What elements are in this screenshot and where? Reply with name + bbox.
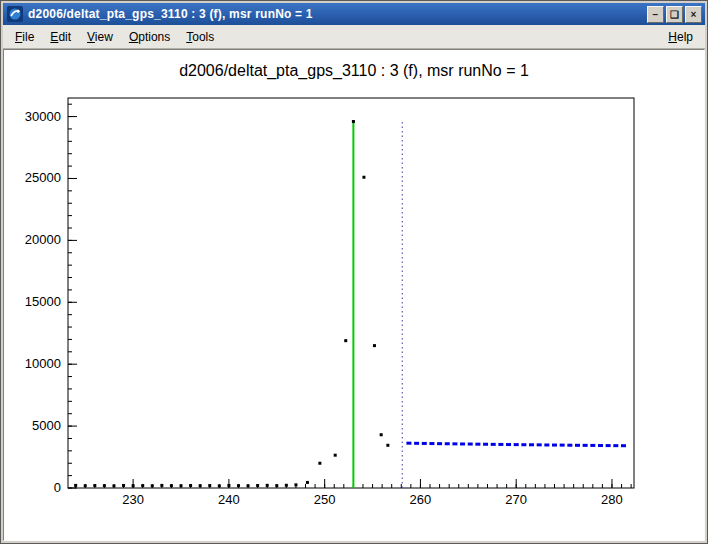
svg-text:20000: 20000 <box>25 232 61 247</box>
svg-text:280: 280 <box>601 492 623 507</box>
menu-view[interactable]: View <box>79 27 121 47</box>
svg-text:260: 260 <box>410 492 432 507</box>
svg-text:5000: 5000 <box>32 418 61 433</box>
svg-text:10000: 10000 <box>25 356 61 371</box>
menu-help[interactable]: Help <box>660 27 701 47</box>
svg-text:30000: 30000 <box>25 109 61 124</box>
svg-text:15000: 15000 <box>25 294 61 309</box>
canvas-area: d2006/deltat_pta_gps_3110 : 3 (f), msr r… <box>3 49 705 541</box>
window-title: d2006/deltat_pta_gps_3110 : 3 (f), msr r… <box>28 7 647 21</box>
svg-text:25000: 25000 <box>25 170 61 185</box>
menubar: File Edit View Options Tools Help <box>3 25 705 49</box>
menu-options[interactable]: Options <box>121 27 178 47</box>
maximize-button[interactable]: ❏ <box>666 6 683 23</box>
svg-text:250: 250 <box>314 492 336 507</box>
menu-file[interactable]: File <box>7 27 42 47</box>
svg-text:270: 270 <box>505 492 527 507</box>
menu-edit[interactable]: Edit <box>42 27 79 47</box>
app-icon <box>7 6 23 22</box>
menu-tools[interactable]: Tools <box>178 27 222 47</box>
close-button[interactable]: × <box>685 6 702 23</box>
window-titlebar[interactable]: d2006/deltat_pta_gps_3110 : 3 (f), msr r… <box>3 3 705 25</box>
svg-text:0: 0 <box>54 480 61 495</box>
svg-text:230: 230 <box>122 492 144 507</box>
svg-text:240: 240 <box>218 492 240 507</box>
plot-svg[interactable]: 2302402502602702800500010000150002000025… <box>4 50 705 541</box>
minimize-button[interactable]: − <box>647 6 664 23</box>
window-controls: − ❏ × <box>647 6 702 23</box>
app-window: d2006/deltat_pta_gps_3110 : 3 (f), msr r… <box>0 0 708 544</box>
